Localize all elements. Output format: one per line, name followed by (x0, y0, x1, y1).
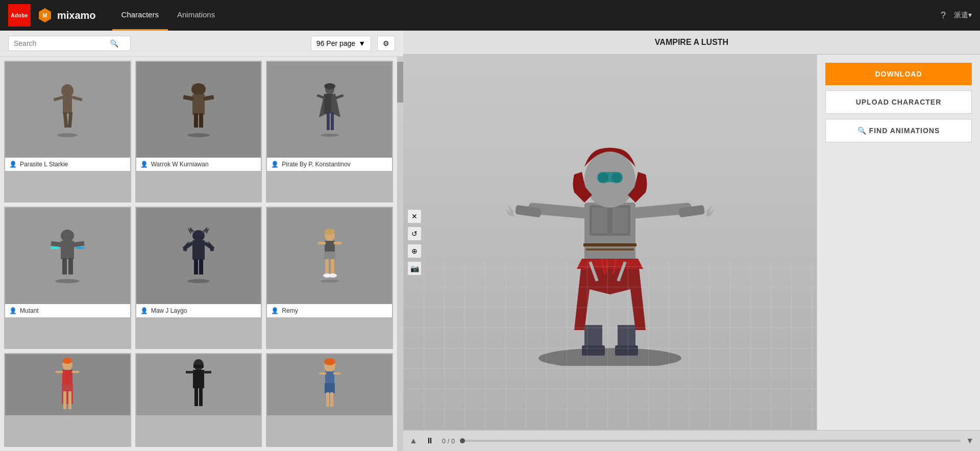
svg-rect-102 (601, 259, 605, 274)
svg-rect-64 (203, 371, 211, 373)
list-item[interactable]: 👤 Maw J Laygo (135, 207, 262, 348)
tab-characters[interactable]: Characters (112, 0, 168, 31)
camera-button[interactable]: 📷 (407, 261, 422, 275)
character-figure (50, 82, 85, 138)
svg-point-17 (187, 133, 210, 137)
svg-point-19 (324, 83, 335, 89)
reset-view-button[interactable]: ✕ (407, 209, 422, 223)
character-icon: 👤 (140, 161, 148, 168)
character-figure (181, 82, 216, 138)
scroll-down-icon[interactable]: ▼ (966, 436, 974, 445)
list-item[interactable]: 👤 Parasite L Starkie (4, 61, 131, 203)
nav-right: ? 派遣▾ (941, 10, 972, 21)
search-input[interactable] (14, 39, 106, 47)
character-figure (50, 357, 85, 413)
svg-rect-56 (72, 371, 79, 373)
svg-text:M: M (43, 13, 47, 18)
character-thumbnail (5, 62, 130, 158)
character-name: Mutant (20, 307, 39, 314)
adobe-logo: Adobe (8, 4, 31, 27)
download-button[interactable]: DOWNLOAD (825, 63, 972, 85)
left-panel: 🔍 96 Per page ▼ ⚙ (0, 31, 403, 451)
svg-rect-54 (62, 370, 72, 384)
tab-animations[interactable]: Animations (168, 0, 224, 31)
svg-point-97 (599, 182, 621, 197)
progress-thumb[interactable] (460, 438, 465, 443)
character-icon: 👤 (9, 161, 17, 168)
svg-rect-5 (72, 96, 83, 102)
upload-character-button[interactable]: UPLOAD CHARACTER (825, 90, 972, 114)
per-page-label: 96 Per page (316, 39, 355, 47)
progress-bar[interactable] (460, 440, 961, 442)
per-page-select[interactable]: 96 Per page ▼ (311, 36, 371, 51)
svg-rect-62 (193, 370, 204, 388)
character-icon: 👤 (140, 307, 148, 314)
mixamo-icon: M (37, 7, 53, 23)
find-animations-button[interactable]: 🔍 FIND ANIMATIONS (825, 119, 972, 142)
character-figure (50, 228, 85, 284)
svg-point-8 (57, 133, 78, 137)
left-toolbar: 🔍 96 Per page ▼ ⚙ (0, 31, 403, 57)
list-item[interactable] (4, 353, 131, 447)
svg-point-27 (61, 230, 74, 242)
mixamo-brand-name: mixamo (57, 10, 96, 21)
character-name: Pirate By P. Konstantinov (282, 161, 351, 168)
svg-rect-15 (194, 113, 198, 128)
list-item[interactable]: 👤 Warrok W Kurniawan (135, 61, 262, 203)
svg-rect-58 (63, 391, 66, 409)
character-thumbnail (136, 208, 261, 304)
svg-rect-38 (194, 259, 198, 274)
list-item[interactable]: 👤 Pirate By P. Konstantinov (266, 61, 393, 203)
character-thumbnail (5, 208, 130, 304)
svg-rect-24 (327, 112, 330, 130)
svg-rect-99 (617, 262, 626, 282)
svg-marker-80 (574, 259, 646, 330)
list-item[interactable] (135, 353, 262, 447)
svg-rect-63 (186, 371, 194, 373)
play-pause-button[interactable]: ⏸ (423, 434, 437, 448)
viewer-controls: ✕ ↺ ⊕ 📷 (407, 209, 422, 275)
list-item[interactable]: 👤 Remy (266, 207, 393, 348)
svg-rect-44 (318, 242, 326, 244)
list-item[interactable] (266, 353, 393, 447)
svg-rect-84 (582, 345, 605, 356)
help-button[interactable]: ? (941, 10, 946, 21)
svg-rect-83 (618, 325, 635, 353)
svg-point-51 (321, 280, 339, 283)
svg-rect-4 (54, 96, 64, 102)
character-thumbnail (136, 62, 261, 158)
svg-rect-25 (331, 112, 334, 130)
grid-wrapper: 👤 Parasite L Starkie (0, 57, 403, 451)
topnav: Adobe M mixamo Characters Animations ? 派… (0, 0, 980, 31)
settings-button[interactable]: ⚙ (377, 36, 395, 51)
character-figure (181, 228, 216, 284)
search-box[interactable]: 🔍 (8, 36, 131, 51)
search-icon: 🔍 (110, 39, 118, 47)
svg-marker-81 (577, 259, 643, 269)
svg-point-75 (538, 348, 681, 366)
svg-rect-61 (193, 365, 204, 368)
scrollbar-track[interactable] (397, 57, 403, 451)
svg-rect-31 (51, 247, 59, 249)
svg-rect-65 (194, 388, 198, 406)
viewer-3d[interactable]: ✕ ↺ ⊕ 📷 (403, 55, 817, 430)
list-item[interactable]: 👤 Mutant (4, 207, 131, 348)
user-menu[interactable]: 派遣▾ (954, 11, 972, 20)
scroll-up-icon[interactable]: ▲ (409, 436, 418, 445)
svg-point-9 (191, 83, 206, 95)
scrollbar-thumb[interactable] (397, 62, 403, 103)
svg-point-2 (61, 84, 74, 97)
character-thumbnail (136, 354, 261, 415)
character-name: Maw J Laygo (151, 307, 187, 314)
rotate-button[interactable]: ↺ (407, 227, 422, 241)
zoom-button[interactable]: ⊕ (407, 244, 422, 258)
svg-rect-47 (325, 259, 329, 274)
character-thumbnail (5, 354, 130, 415)
svg-marker-88 (505, 205, 514, 217)
svg-rect-101 (586, 248, 634, 250)
svg-rect-23 (335, 94, 344, 99)
character-footer: 👤 Warrok W Kurniawan (136, 158, 261, 171)
svg-rect-78 (592, 208, 607, 233)
camera-icon: 📷 (410, 264, 419, 272)
characters-grid: 👤 Parasite L Starkie (0, 57, 397, 451)
